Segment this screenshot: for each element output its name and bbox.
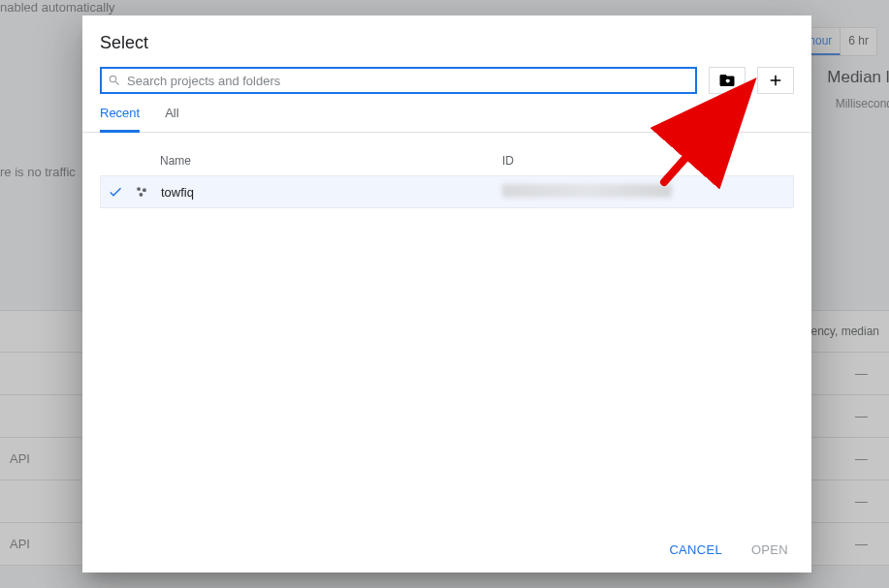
- cancel-button[interactable]: CANCEL: [669, 542, 722, 557]
- plus-icon: [767, 72, 784, 89]
- dialog-title: Select: [82, 15, 811, 67]
- selected-check: [101, 184, 130, 200]
- open-button[interactable]: OPEN: [751, 542, 788, 557]
- search-row: [82, 67, 811, 94]
- project-icon: [135, 185, 148, 199]
- project-id: [502, 184, 672, 201]
- project-table-header: Name ID: [82, 133, 811, 175]
- check-icon: [108, 184, 123, 200]
- tabs: Recent All: [82, 94, 811, 133]
- id-column-header: ID: [502, 154, 794, 168]
- organization-folder-button[interactable]: [709, 67, 746, 94]
- name-column-header: Name: [100, 154, 502, 168]
- folder-gear-icon: [718, 72, 736, 89]
- svg-point-1: [137, 187, 141, 191]
- search-field-wrap[interactable]: [100, 67, 697, 94]
- project-row[interactable]: towfiq: [100, 175, 794, 208]
- dialog-footer: CANCEL OPEN: [82, 527, 811, 573]
- project-selector-dialog: Select Recent All Name ID: [82, 15, 811, 573]
- search-input[interactable]: [121, 74, 689, 88]
- new-project-button[interactable]: [757, 67, 794, 94]
- svg-point-2: [143, 188, 146, 192]
- project-list: towfiq: [82, 175, 811, 208]
- search-icon: [108, 74, 121, 87]
- tab-recent[interactable]: Recent: [100, 106, 140, 133]
- redacted-id: [502, 184, 672, 198]
- project-name: towfiq: [153, 185, 502, 200]
- project-type-icon-slot: [130, 185, 153, 199]
- svg-point-3: [139, 193, 143, 197]
- tab-all[interactable]: All: [165, 106, 178, 132]
